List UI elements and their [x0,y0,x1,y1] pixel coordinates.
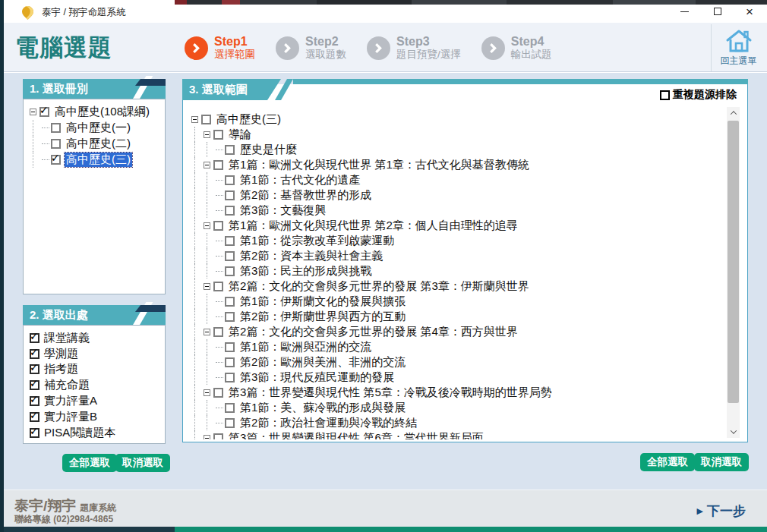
checkbox[interactable] [213,327,223,337]
checkbox[interactable] [213,388,223,398]
tree-expander-icon[interactable] [204,389,210,396]
checkbox[interactable] [225,236,235,246]
checkbox[interactable] [225,342,235,352]
source-option[interactable]: ✓PISA閱讀題本 [30,425,163,441]
scope-deselect-button[interactable]: 取消選取 [694,453,749,471]
tree-item-label[interactable]: 高中歷史(三) [215,112,282,127]
tree-item-label[interactable]: 第2節：資本主義與社會主義 [238,249,384,263]
source-option[interactable]: ✓課堂講義 [30,330,163,346]
tree-item-label[interactable]: 第2節：歐洲與美洲、非洲的交流 [238,355,407,370]
checkbox[interactable] [213,433,223,440]
tree-item[interactable]: 高中歷史(三) [191,112,719,127]
tree-item-label[interactable]: 第2篇：文化的交會與多元世界的發展 第4章：西方與世界 [227,325,519,339]
books-select-all-button[interactable]: 全部選取 [62,454,117,472]
tree-item[interactable]: 第2節：歐洲與美洲、非洲的交流 [191,354,719,370]
tree-item-label[interactable]: 導論 [227,127,253,142]
tree-item-label[interactable]: 高中歷史(108課綱) [53,105,151,119]
checkbox[interactable] [213,282,223,291]
tree-expander-icon[interactable] [204,162,210,168]
tree-item[interactable]: 歷史是什麼 [191,142,719,157]
scroll-down-icon[interactable] [727,426,740,438]
tree-item-label[interactable]: 第3節：民主的形成與挑戰 [238,264,373,279]
source-option[interactable]: ✓實力評量B [30,409,163,425]
tree-expander-icon[interactable] [204,329,210,335]
tree-item[interactable]: ✓高中歷史(108課綱) [30,104,163,120]
tree-item[interactable]: 高中歷史(二) [30,136,163,152]
tree-item-label[interactable]: 第1篇：歐洲文化與現代世界 第2章：個人自由理性的追尋 [227,219,519,233]
tree-item-label[interactable]: 第1節：美、蘇冷戰的形成與發展 [238,401,407,415]
tree-item-label[interactable]: 第2節：基督教世界的形成 [238,188,373,203]
tree-item[interactable]: 第2節：伊斯蘭世界與西方的互動 [191,309,719,324]
tree-item[interactable]: ✓高中歷史(三) [30,152,163,168]
tree-item[interactable]: 高中歷史(一) [30,120,163,136]
tree-item-label[interactable]: 第2篇：文化的交會與多元世界的發展 第3章：伊斯蘭與世界 [227,279,531,294]
tree-item[interactable]: 第2篇：文化的交會與多元世界的發展 第3章：伊斯蘭與世界 [191,279,719,294]
tree-expander-icon[interactable] [204,435,210,440]
tree-expander-icon[interactable] [30,109,36,115]
checkbox[interactable] [225,251,235,261]
tree-item-label[interactable]: 高中歷史(一) [65,121,132,135]
checkbox[interactable]: ✓ [30,364,39,374]
checkbox[interactable]: ✓ [30,396,39,406]
tree-item-label[interactable]: 第1篇：歐洲文化與現代世界 第1章：古代文化與基督教傳統 [227,158,531,172]
tree-item-label[interactable]: 第1節：伊斯蘭文化的發展與擴張 [238,294,407,309]
tree-item[interactable]: 第1篇：歐洲文化與現代世界 第1章：古代文化與基督教傳統 [191,157,719,172]
checkbox[interactable] [213,160,223,170]
checkbox[interactable] [51,139,61,149]
scrollbar-thumb[interactable] [728,121,739,403]
checkbox[interactable]: ✓ [30,412,39,422]
tree-item[interactable]: 第1節：歐洲與亞洲的交流 [191,339,719,354]
source-option[interactable]: ✓補充命題 [30,377,163,393]
dedupe-checkbox[interactable]: 重複題源排除 [660,88,737,102]
books-deselect-button[interactable]: 取消選取 [115,454,170,472]
checkbox[interactable]: ✓ [30,349,39,359]
tree-item[interactable]: 第2節：資本主義與社會主義 [191,248,719,263]
tree-item-label[interactable]: 第1節：歐洲與亞洲的交流 [238,340,373,354]
checkbox[interactable] [225,297,235,307]
tree-item[interactable]: 第1篇：歐洲文化與現代世界 第2章：個人自由理性的追尋 [191,218,719,233]
checkbox[interactable]: ✓ [30,428,39,438]
dedupe-checkbox-box[interactable] [660,90,670,100]
checkbox[interactable] [225,145,235,155]
tree-expander-icon[interactable] [191,116,198,123]
tree-expander-icon[interactable] [204,222,210,229]
checkbox[interactable]: ✓ [39,107,49,117]
checkbox[interactable]: ✓ [30,380,39,390]
tree-item[interactable]: 導論 [191,127,719,142]
tree-item[interactable]: 第1節：伊斯蘭文化的發展與擴張 [191,294,719,309]
tree-item[interactable]: 第2節：政治社會運動與冷戰的終結 [191,415,719,430]
tree-item-label[interactable]: 第1節：古代文化的遺產 [238,173,361,187]
tree-item[interactable]: 第3篇：世界變遷與現代性 第6章：當代世界新局面 [191,430,719,439]
checkbox[interactable] [225,190,235,200]
tree-item-label[interactable]: 第2節：政治社會運動與冷戰的終結 [238,416,418,430]
tree-item-label[interactable]: 第1節：從宗教改革到啟蒙運動 [238,234,396,248]
checkbox[interactable] [225,403,235,413]
source-option[interactable]: ✓學測題 [30,346,163,362]
tree-expander-icon[interactable] [204,283,210,290]
checkbox[interactable] [225,266,235,276]
source-option[interactable]: ✓實力評量A [30,393,163,409]
checkbox[interactable] [225,175,235,185]
tree-item[interactable]: 第2篇：文化的交會與多元世界的發展 第4章：西方與世界 [191,324,719,339]
checkbox[interactable] [213,130,223,140]
tree-item-label[interactable]: 歷史是什麼 [238,143,298,157]
tree-item[interactable]: 第3節：文藝復興 [191,203,719,218]
tree-item-label[interactable]: 高中歷史(二) [65,137,132,151]
tree-item[interactable]: 第1節：美、蘇冷戰的形成與發展 [191,400,719,415]
tree-item-label[interactable]: 第3篇：世界變遷與現代性 第6章：當代世界新局面 [227,431,485,440]
tree-item[interactable]: 第1節：從宗教改革到啟蒙運動 [191,233,719,248]
checkbox[interactable] [225,312,235,322]
tree-item-label[interactable]: 高中歷史(三) [65,153,132,167]
checkbox[interactable]: ✓ [30,333,39,343]
checkbox[interactable] [225,357,235,367]
checkbox[interactable] [225,373,235,382]
tree-item[interactable]: 第1節：古代文化的遺產 [191,172,719,187]
checkbox[interactable]: ✓ [51,155,61,165]
checkbox[interactable] [213,221,223,231]
tree-item-label[interactable]: 第3篇：世界變遷與現代性 第5章：冷戰及後冷戰時期的世界局勢 [227,386,554,400]
checkbox[interactable] [225,206,235,216]
vertical-scrollbar[interactable] [727,107,740,438]
source-option[interactable]: ✓指考題 [30,362,163,378]
scroll-up-icon[interactable] [727,107,740,119]
checkbox[interactable] [225,418,235,428]
